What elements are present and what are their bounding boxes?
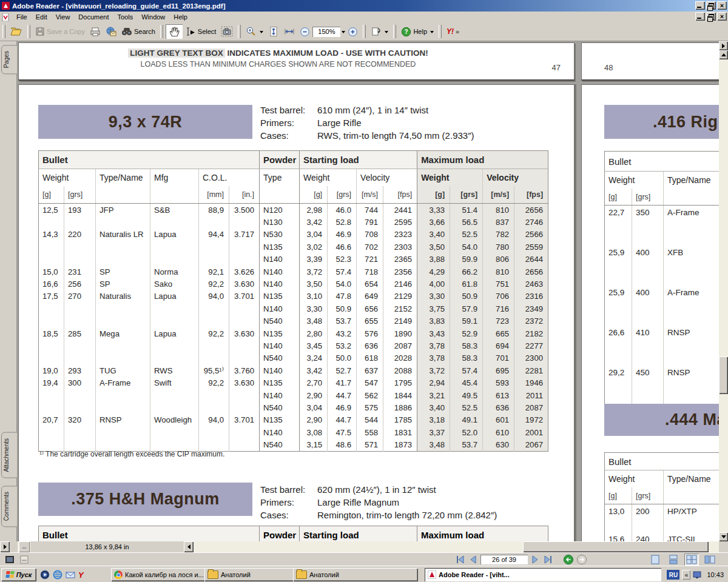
- toolbar-grip[interactable]: [393, 25, 396, 38]
- menu-view[interactable]: View: [52, 12, 75, 22]
- toolbar-grip[interactable]: [2, 25, 5, 38]
- fit-page-button[interactable]: [266, 24, 281, 39]
- start-button[interactable]: Пуск: [1, 568, 36, 581]
- menu-help[interactable]: Help: [169, 12, 192, 22]
- previous-page-button[interactable]: [468, 555, 478, 564]
- save-icon: [35, 27, 45, 36]
- proximity-icon[interactable]: [19, 555, 29, 564]
- open-button[interactable]: [8, 24, 25, 39]
- zoom-in-button[interactable]: [345, 24, 360, 39]
- hand-tool-button[interactable]: [166, 24, 183, 39]
- document-area[interactable]: LIGHT GREY TEXT BOX INDICATES MAXIMUM LO…: [17, 41, 719, 541]
- facing-view-button[interactable]: [703, 554, 717, 566]
- print-button[interactable]: [87, 24, 103, 39]
- tab-comments[interactable]: Comments: [1, 486, 18, 527]
- previous-view-button[interactable]: [563, 554, 574, 565]
- doc-close-button[interactable]: ×: [717, 12, 727, 21]
- spec-value: 620 mm (24½″), 1 in 12″ twist: [317, 483, 436, 496]
- cell: N120: [260, 204, 300, 216]
- yahoo-quick-icon[interactable]: Y: [78, 570, 84, 580]
- cell: N140: [260, 364, 300, 376]
- continuous-view-button[interactable]: [666, 554, 681, 566]
- tray-app-icon[interactable]: [693, 570, 701, 579]
- table-group-header: Bullet Powder Starting load Maximum load: [39, 151, 548, 169]
- page-right: .416 Rig Bullet Weight Type/Name [g] [gr…: [581, 84, 719, 541]
- col-type: Type: [260, 169, 300, 187]
- taskbar-task-browser[interactable]: Какой калибр на лося и...: [111, 568, 208, 581]
- taskbar-task-folder-2[interactable]: Анатолий: [293, 568, 418, 581]
- zoom-level-field[interactable]: 150%: [312, 27, 340, 37]
- select-tool-button[interactable]: Select: [183, 24, 219, 39]
- tab-pages[interactable]: Pages: [1, 45, 18, 74]
- last-page-button[interactable]: [542, 555, 553, 564]
- menu-edit[interactable]: Edit: [32, 12, 52, 22]
- cell: [96, 253, 150, 266]
- first-page-button[interactable]: [455, 555, 466, 564]
- cell: [64, 426, 96, 438]
- vertical-scroll-thumb[interactable]: [719, 356, 728, 394]
- outlook-express-icon[interactable]: [66, 570, 75, 580]
- next-page-button[interactable]: [530, 555, 540, 564]
- single-page-view-button[interactable]: [648, 554, 662, 566]
- cell: 3,45: [300, 340, 328, 352]
- menu-document[interactable]: Document: [74, 12, 113, 22]
- scroll-right-button[interactable]: [0, 541, 10, 552]
- page-number-field[interactable]: 26 of 39: [480, 555, 528, 564]
- cell: 25,9: [605, 246, 632, 286]
- scroll-up-button[interactable]: [719, 50, 728, 59]
- toolbar-grip[interactable]: [238, 25, 241, 38]
- cell: XFB: [664, 246, 720, 286]
- doc-minimize-button[interactable]: [695, 12, 705, 21]
- table-row: N5403,2450.061820283,7858.37012300: [39, 352, 548, 364]
- cell: [229, 352, 260, 364]
- continuous-facing-view-button[interactable]: [684, 554, 699, 566]
- scroll-left-button[interactable]: [184, 541, 194, 552]
- save-a-copy-button[interactable]: Save a Copy: [33, 24, 87, 39]
- next-view-button[interactable]: [576, 554, 587, 565]
- scroll-down-button[interactable]: [719, 532, 728, 541]
- cell: 2152: [383, 303, 417, 315]
- zoom-tool-button[interactable]: [243, 24, 266, 39]
- doc-restore-button[interactable]: [706, 12, 716, 21]
- toolbar-grip[interactable]: [27, 25, 30, 38]
- fit-width-button[interactable]: [281, 24, 297, 39]
- toolbar-overflow-arrow[interactable]: [719, 41, 728, 50]
- toolbar-grip[interactable]: [439, 25, 442, 38]
- menu-window[interactable]: Window: [137, 12, 169, 22]
- cell: [150, 253, 199, 266]
- tray-collapse-button[interactable]: «: [682, 570, 690, 580]
- cell: N140: [260, 253, 300, 266]
- media-player-icon[interactable]: [40, 570, 50, 580]
- open-folder-icon: [10, 26, 22, 37]
- vertical-scrollbar[interactable]: [719, 41, 728, 541]
- toolbar-grip[interactable]: [363, 25, 366, 38]
- toolbar-grip[interactable]: [160, 25, 163, 38]
- menu-file[interactable]: File: [12, 12, 32, 22]
- internet-explorer-icon[interactable]: [53, 570, 62, 580]
- cell: 2566: [514, 229, 548, 241]
- task-label: Какой калибр на лося и...: [125, 571, 204, 578]
- cell: 20,7: [39, 414, 64, 426]
- help-button[interactable]: ? Help: [399, 24, 436, 39]
- search-label: Search: [134, 28, 155, 35]
- menu-tools[interactable]: Tools: [113, 12, 138, 22]
- horizontal-scroll-thumb[interactable]: [523, 541, 709, 552]
- language-indicator[interactable]: RU: [667, 570, 679, 580]
- taskbar-task-folder-1[interactable]: Анатолий: [204, 568, 297, 581]
- taskbar-task-adobe-reader[interactable]: Adobe Reader - [viht...: [425, 568, 661, 581]
- close-button[interactable]: ×: [717, 1, 727, 10]
- snapshot-button[interactable]: [218, 24, 235, 39]
- restore-button[interactable]: [706, 1, 716, 10]
- cell: 50.0: [328, 352, 357, 364]
- tab-attachments[interactable]: Attachments: [1, 432, 18, 478]
- email-button[interactable]: [103, 24, 119, 39]
- search-button[interactable]: Search: [119, 24, 158, 39]
- cell: [199, 241, 229, 253]
- minimize-button[interactable]: [695, 1, 705, 10]
- cell: 52.7: [328, 364, 357, 376]
- previous-view-button[interactable]: [368, 24, 391, 39]
- zoom-out-button[interactable]: [297, 24, 312, 39]
- cell: 22,7: [605, 206, 632, 246]
- yahoo-toolbar-button[interactable]: Y! »: [444, 24, 460, 39]
- page-size-icon[interactable]: [5, 555, 15, 564]
